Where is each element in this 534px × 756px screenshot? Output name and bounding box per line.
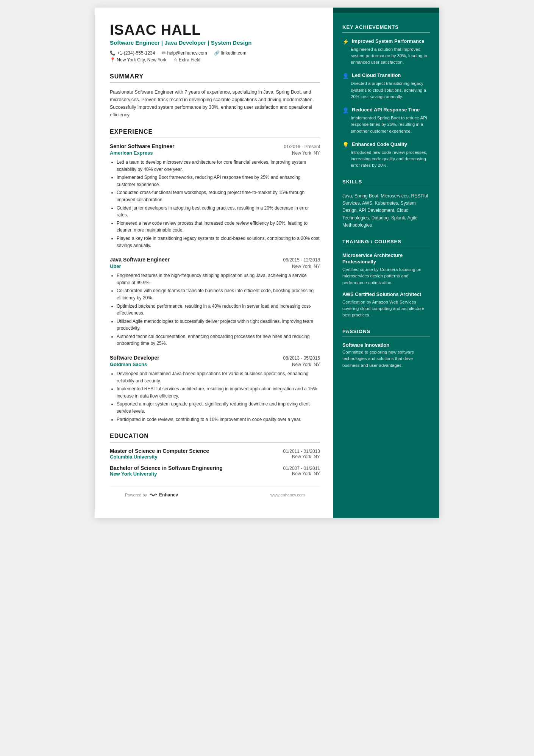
job-title-3: Software Developer — [110, 355, 159, 361]
achievement-title-3: Reduced API Response Time — [352, 107, 420, 113]
right-col-top-bar — [333, 8, 439, 13]
list-item: Implemented RESTful services architectur… — [117, 385, 320, 399]
achievement-header-3: 👤 Reduced API Response Time — [342, 107, 430, 113]
list-item: Authored technical documentation, enhanc… — [117, 333, 320, 347]
enhancv-logo: Enhancv — [149, 492, 178, 498]
key-achievements-section: KEY ACHIEVEMENTS ⚡ Improved System Perfo… — [342, 24, 430, 169]
job-dates-3: 08/2013 - 05/2015 — [283, 355, 320, 361]
achievement-desc-2: Directed a project transitioning legacy … — [342, 80, 430, 100]
job-company-2: Uber — [110, 263, 121, 269]
achievement-title-2: Led Cloud Transition — [352, 72, 401, 79]
edu-header-1: Master of Science in Computer Science 01… — [110, 448, 320, 454]
job-company-row-1: American Express New York, NY — [110, 150, 320, 156]
job-block-3: Software Developer 08/2013 - 05/2015 Gol… — [110, 355, 320, 423]
footer-powered: Powered by Enhancv — [125, 492, 178, 498]
achievement-item-2: 👤 Led Cloud Transition Directed a projec… — [342, 72, 430, 100]
summary-divider — [110, 82, 320, 83]
list-item: Played a key role in transitioning legac… — [117, 235, 320, 249]
education-section: EDUCATION Master of Science in Computer … — [110, 433, 320, 477]
training-title-2: AWS Certified Solutions Architect — [342, 291, 430, 298]
list-item: Utilized Agile methodologies to successf… — [117, 318, 320, 332]
job-location-2: New York, NY — [292, 264, 320, 269]
contact-row: 📞 +1-(234)-555-1234 ✉ help@enhancv.com 🔗… — [110, 50, 320, 56]
experience-divider — [110, 138, 320, 138]
list-item: Conducted cross-functional team workshop… — [117, 189, 320, 203]
job-block-2: Java Software Engineer 06/2015 - 12/2018… — [110, 257, 320, 347]
list-item: Participated in code reviews, contributi… — [117, 416, 320, 423]
achievement-desc-3: Implemented Spring Boot to reduce API re… — [342, 115, 430, 135]
edu-degree-2: Bachelor of Science in Software Engineer… — [110, 465, 223, 471]
passions-title: PASSIONS — [342, 329, 430, 334]
powered-by-label: Powered by — [125, 493, 147, 497]
achievement-icon-4: 💡 — [342, 142, 349, 148]
skills-title: SKILLS — [342, 179, 430, 185]
edu-block-2: Bachelor of Science in Software Engineer… — [110, 465, 320, 477]
email-contact: ✉ help@enhancv.com — [162, 50, 207, 56]
edu-block-1: Master of Science in Computer Science 01… — [110, 448, 320, 460]
key-achievements-divider — [342, 32, 430, 33]
key-achievements-title: KEY ACHIEVEMENTS — [342, 24, 430, 30]
list-item: Pioneered a new code review process that… — [117, 220, 320, 234]
location-row: 📍 New York City, New York ☆ Extra Field — [110, 57, 320, 63]
right-column: KEY ACHIEVEMENTS ⚡ Improved System Perfo… — [333, 8, 439, 518]
achievement-header-2: 👤 Led Cloud Transition — [342, 72, 430, 79]
achievement-header-4: 💡 Enhanced Code Quality — [342, 141, 430, 148]
skills-divider — [342, 187, 430, 188]
email-icon: ✉ — [162, 50, 166, 56]
skills-section: SKILLS Java, Spring Boot, Microservices,… — [342, 179, 430, 229]
edu-school-row-1: Columbia University New York, NY — [110, 454, 320, 460]
education-divider — [110, 442, 320, 443]
achievement-icon-2: 👤 — [342, 73, 349, 79]
brand-name: Enhancv — [159, 492, 178, 498]
passion-desc-1: Committed to exploring new software tech… — [342, 349, 430, 369]
list-item: Developed and maintained Java-based appl… — [117, 370, 320, 384]
edu-degree-1: Master of Science in Computer Science — [110, 448, 209, 454]
skills-text: Java, Spring Boot, Microservices, RESTfu… — [342, 193, 430, 229]
job-company-1: American Express — [110, 150, 153, 156]
experience-title: EXPERIENCE — [110, 128, 320, 135]
link-icon: 🔗 — [214, 50, 220, 56]
linkedin-contact: 🔗 linkedin.com — [214, 50, 247, 56]
training-title-1: Microservice Architecture Professionally — [342, 252, 430, 265]
job-dates-1: 01/2019 - Present — [284, 144, 320, 149]
resume-header: ISAAC HALL Software Engineer | Java Deve… — [110, 23, 320, 63]
job-company-row-2: Uber New York, NY — [110, 263, 320, 269]
training-item-2: AWS Certified Solutions Architect Certif… — [342, 291, 430, 319]
job-location-3: New York, NY — [292, 362, 320, 367]
achievement-item-1: ⚡ Improved System Performance Engineered… — [342, 38, 430, 66]
job-company-row-3: Goldman Sachs New York, NY — [110, 362, 320, 367]
summary-text: Passionate Software Engineer with 7 year… — [110, 88, 320, 119]
achievement-title-4: Enhanced Code Quality — [352, 141, 407, 148]
job-company-3: Goldman Sachs — [110, 362, 147, 367]
summary-title: SUMMARY — [110, 73, 320, 80]
list-item: Led a team to develop microservices arch… — [117, 159, 320, 173]
extra-field: ☆ Extra Field — [173, 57, 201, 63]
achievement-header-1: ⚡ Improved System Performance — [342, 38, 430, 45]
list-item: Collaborated with design teams to transl… — [117, 287, 320, 301]
edu-location-2: New York, NY — [292, 471, 320, 477]
passions-section: PASSIONS Software Innovation Committed t… — [342, 329, 430, 369]
list-item: Engineered features in the high-frequenc… — [117, 272, 320, 286]
edu-location-1: New York, NY — [292, 454, 320, 460]
job-location-1: New York, NY — [292, 150, 320, 156]
training-desc-2: Certification by Amazon Web Services cov… — [342, 299, 430, 319]
job-block-1: Senior Software Engineer 01/2019 - Prese… — [110, 143, 320, 249]
list-item: Supported a major system upgrade project… — [117, 401, 320, 415]
experience-section: EXPERIENCE Senior Software Engineer 01/2… — [110, 128, 320, 423]
passions-divider — [342, 337, 430, 337]
candidate-name: ISAAC HALL — [110, 23, 320, 37]
edu-school-1: Columbia University — [110, 454, 158, 460]
achievement-desc-4: Introduced new code review processes, in… — [342, 149, 430, 169]
star-icon: ☆ — [173, 57, 178, 63]
training-title: TRAINING / COURSES — [342, 239, 430, 244]
phone-contact: 📞 +1-(234)-555-1234 — [110, 50, 155, 56]
achievement-icon-1: ⚡ — [342, 39, 349, 45]
edu-school-row-2: New York University New York, NY — [110, 471, 320, 477]
job-bullets-3: Developed and maintained Java-based appl… — [110, 370, 320, 423]
resume-footer: Powered by Enhancv www.enhancv.com — [110, 487, 320, 503]
achievement-item-3: 👤 Reduced API Response Time Implemented … — [342, 107, 430, 135]
edu-header-2: Bachelor of Science in Software Engineer… — [110, 465, 320, 471]
training-desc-1: Certified course by Coursera focusing on… — [342, 266, 430, 286]
right-col-content: KEY ACHIEVEMENTS ⚡ Improved System Perfo… — [333, 13, 439, 390]
achievement-item-4: 💡 Enhanced Code Quality Introduced new c… — [342, 141, 430, 169]
